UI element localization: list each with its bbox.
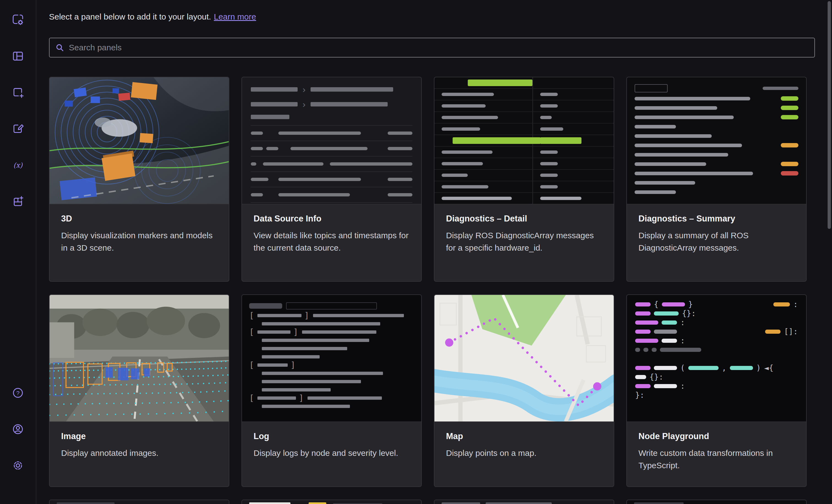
log-panel-thumbnail: [] [] [] [] — [242, 295, 421, 422]
variables-button[interactable]: (x) — [10, 157, 26, 173]
panel-description: Display points on a map. — [446, 447, 602, 459]
panel-grid: 3D Display visualization markers and mod… — [49, 77, 807, 504]
panel-title: Diagnostics – Detail — [446, 214, 602, 224]
partial-thumbnail — [435, 500, 614, 504]
panel-card-partial-3[interactable] — [434, 500, 614, 504]
help-button[interactable]: ? — [10, 385, 26, 400]
panel-description: Display annotated images. — [61, 447, 217, 459]
panel-card-partial-1[interactable] — [49, 500, 229, 504]
learn-more-link[interactable]: Learn more — [214, 12, 256, 21]
map-panel-thumbnail — [435, 295, 614, 422]
vertical-scrollbar[interactable] — [828, 1, 831, 229]
add-panel-icon — [11, 86, 24, 99]
account-button[interactable] — [10, 421, 26, 437]
panel-card-log[interactable]: [] [] [] [] Log Display logs by node and… — [241, 295, 422, 487]
3d-panel-thumbnail — [50, 77, 229, 204]
panel-catalog: Select a panel below to add it to your l… — [36, 0, 832, 504]
settings-button[interactable] — [10, 458, 26, 473]
panel-title: 3D — [61, 214, 217, 224]
edit-layout-button[interactable] — [10, 121, 26, 136]
panel-card-diagnostics-detail[interactable]: Diagnostics – Detail Display ROS Diagnos… — [434, 77, 614, 282]
account-icon — [11, 423, 24, 436]
variables-icon: (x) — [11, 159, 24, 171]
panel-title: Map — [446, 431, 602, 441]
panel-description: Display visualization markers and models… — [61, 229, 217, 254]
prompt-text: Select a panel below to add it to your l… — [49, 12, 211, 21]
panel-card-partial-2[interactable] — [241, 500, 422, 504]
panel-card-map[interactable]: Map Display points on a map. — [434, 295, 614, 487]
settings-icon — [11, 459, 24, 472]
svg-text:(x): (x) — [13, 161, 23, 169]
panel-title: Log — [254, 431, 410, 441]
add-panel-button[interactable] — [10, 85, 26, 100]
image-panel-thumbnail — [50, 295, 229, 422]
panel-description: View details like topics and timestamps … — [254, 229, 410, 254]
panel-title: Node Playground — [639, 431, 795, 441]
panel-card-image[interactable]: Image Display annotated images. — [49, 295, 229, 487]
data-source-button[interactable] — [10, 12, 26, 28]
search-icon — [55, 43, 64, 52]
extensions-button[interactable] — [10, 194, 26, 209]
panel-title: Data Source Info — [254, 214, 410, 224]
data-source-settings-icon — [11, 13, 24, 26]
extensions-icon — [11, 195, 24, 208]
data-source-info-thumbnail: › › — [242, 77, 421, 204]
edit-layout-icon — [11, 122, 24, 135]
left-sidebar: (x) ? — [0, 0, 36, 504]
diagnostics-summary-thumbnail — [627, 77, 806, 204]
partial-thumbnail — [627, 500, 806, 504]
partial-thumbnail — [50, 500, 229, 504]
node-playground-thumbnail: {}: {}: : []: : (,)◄{ {}: : }: — [627, 295, 806, 422]
panel-description: Display logs by node and severity level. — [254, 447, 410, 459]
partial-thumbnail — [242, 500, 421, 504]
search-panels-box — [49, 38, 815, 57]
panel-description: Display a summary of all ROS DiagnosticA… — [639, 229, 795, 254]
panel-description: Display ROS DiagnosticArray messages for… — [446, 229, 602, 254]
panel-description: Write custom data transformations in Typ… — [639, 447, 795, 472]
panel-title: Image — [61, 431, 217, 441]
help-icon: ? — [11, 387, 24, 399]
search-input[interactable] — [69, 43, 809, 52]
svg-text:?: ? — [16, 390, 20, 396]
layouts-icon — [11, 50, 24, 62]
panel-catalog-header: Select a panel below to add it to your l… — [49, 12, 256, 22]
panel-card-3d[interactable]: 3D Display visualization markers and mod… — [49, 77, 229, 282]
panel-card-partial-4[interactable] — [626, 500, 807, 504]
panel-card-diagnostics-summary[interactable]: Diagnostics – Summary Display a summary … — [626, 77, 807, 282]
layouts-button[interactable] — [10, 49, 26, 64]
panel-card-data-source-info[interactable]: › › Data Source Info View details like t… — [241, 77, 422, 282]
diagnostics-detail-thumbnail — [435, 77, 614, 204]
panel-card-node-playground[interactable]: {}: {}: : []: : (,)◄{ {}: : }: Node Play… — [626, 295, 807, 487]
panel-title: Diagnostics – Summary — [639, 214, 795, 224]
